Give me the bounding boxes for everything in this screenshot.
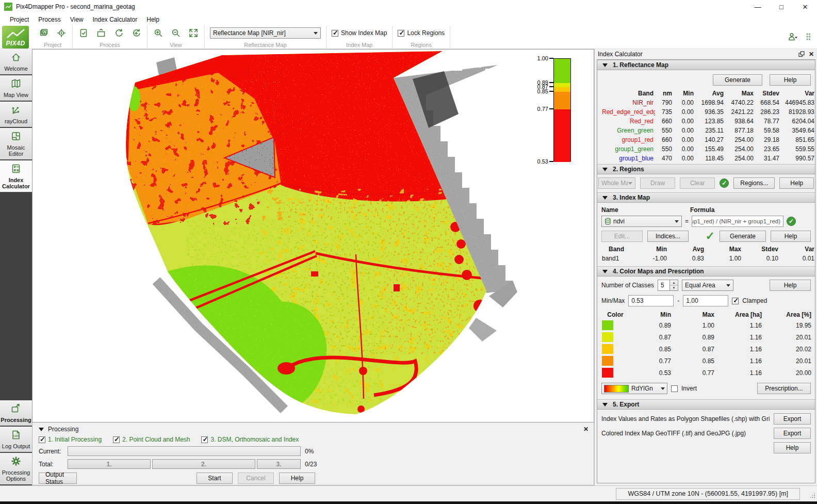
invert-label: Invert xyxy=(681,385,697,392)
processing-step-checkbox[interactable] xyxy=(39,436,45,443)
reprocess-icon[interactable] xyxy=(113,27,124,39)
export-geotiff-button[interactable]: Export xyxy=(774,428,811,439)
menu-item-index-calculator[interactable]: Index Calculator xyxy=(88,14,142,25)
sidebar-item-processing[interactable]: Processing xyxy=(0,400,32,427)
min-value: 0.53 xyxy=(631,297,643,304)
gcp-manager-icon[interactable] xyxy=(56,27,67,39)
toolbar-group-project: Project xyxy=(33,26,73,48)
max-input[interactable]: 1.00 xyxy=(683,295,728,306)
section-index-map[interactable]: 3. Index Map xyxy=(597,192,815,203)
clamped-checkbox[interactable] xyxy=(732,298,739,304)
account-icon[interactable] xyxy=(787,32,798,42)
map-viewport[interactable]: 1.000.890.870.850.770.53 xyxy=(32,49,594,422)
sidebar-item-log-output[interactable]: LOGLog Output xyxy=(0,427,32,453)
float-panel-icon[interactable] xyxy=(798,51,805,57)
indices-button[interactable]: Indices... xyxy=(647,231,689,242)
export-help-button[interactable]: Help xyxy=(774,442,811,453)
process-check-icon[interactable] xyxy=(78,27,89,39)
minimize-button[interactable]: — xyxy=(746,0,770,13)
regions-help-button[interactable]: Help xyxy=(779,177,814,189)
close-panel-icon[interactable]: ✕ xyxy=(809,51,814,58)
processing-step-checkbox[interactable] xyxy=(201,436,208,443)
mosaic-icon xyxy=(10,131,22,143)
output-status-button[interactable]: Output Status xyxy=(39,473,77,484)
section-regions[interactable]: 2. Regions xyxy=(597,164,815,174)
class-value: 0.89 xyxy=(673,331,716,343)
class-value: 20.01 xyxy=(763,331,813,343)
class-method-dropdown[interactable]: Equal Area xyxy=(682,280,733,291)
index-help-button[interactable]: Help xyxy=(771,231,811,242)
formula-field[interactable]: _nir - group1_red) / (NIR_nir + group1_r… xyxy=(692,216,783,227)
min-input[interactable]: 0.53 xyxy=(628,295,674,306)
overflow-grip-icon[interactable] xyxy=(806,32,811,42)
reflectance-map-dropdown[interactable]: Reflectance Map [NIR_nir] xyxy=(210,27,321,39)
sidebar-item-mosaic-editor[interactable]: Mosaic Editor xyxy=(0,128,32,160)
band-value: 254.00 xyxy=(725,135,755,144)
toolbar: PIX4D Project xyxy=(0,26,817,49)
maximize-button[interactable]: □ xyxy=(770,0,793,13)
export-shapefiles-button[interactable]: Export xyxy=(774,413,811,425)
open-results-icon[interactable] xyxy=(95,27,107,39)
classes-spinner[interactable]: 5 ▲▼ xyxy=(658,280,678,291)
column-header: Stdev xyxy=(755,89,781,98)
column-header: Var xyxy=(780,245,815,254)
legend-segment xyxy=(554,83,570,88)
colormap-dropdown[interactable]: RdYlGn xyxy=(601,383,667,394)
band-value: 118.45 xyxy=(695,154,725,163)
column-header: Stdev xyxy=(743,245,780,254)
legend-tick-label: 1.00 xyxy=(537,56,548,61)
reflectance-help-button[interactable]: Help xyxy=(770,74,811,86)
processing-icon xyxy=(10,403,22,416)
menu-item-help[interactable]: Help xyxy=(142,14,164,25)
start-button[interactable]: Start xyxy=(197,473,233,484)
band-value: 59.58 xyxy=(755,126,781,135)
section-export[interactable]: 5. Export xyxy=(597,399,815,410)
band-name: group1_green xyxy=(600,144,655,154)
class-value: 0.89 xyxy=(630,319,673,331)
new-project-icon[interactable] xyxy=(38,27,50,39)
formula-label: Formula xyxy=(690,206,714,214)
menu-item-project[interactable]: Project xyxy=(5,14,34,25)
collapse-triangle-icon xyxy=(602,270,608,273)
clamped-label: Clamped xyxy=(742,297,767,304)
prescription-button[interactable]: Prescription... xyxy=(757,383,811,394)
class-color-cell xyxy=(600,331,630,343)
reflectance-generate-button[interactable]: Generate xyxy=(713,74,762,86)
menu-item-process[interactable]: Process xyxy=(34,14,65,25)
band-name: group1_red xyxy=(600,135,655,144)
spin-down-icon[interactable]: ▼ xyxy=(670,286,678,291)
ndvi-map[interactable] xyxy=(32,50,594,422)
close-processing-panel-icon[interactable]: ✕ xyxy=(583,426,589,433)
sidebar-item-welcome[interactable]: Welcome xyxy=(0,49,32,75)
section-reflectance-map[interactable]: 1. Reflectance Map xyxy=(597,60,815,70)
menu-item-view[interactable]: View xyxy=(66,14,88,25)
index-generate-button[interactable]: Generate xyxy=(720,231,766,242)
section-color-maps[interactable]: 4. Color Maps and Prescription xyxy=(597,266,815,277)
class-color-cell xyxy=(600,343,630,355)
sidebar-item-label: rayCloud xyxy=(5,118,27,124)
collapse-triangle-icon[interactable] xyxy=(39,428,44,431)
reprocess-add-icon[interactable] xyxy=(130,27,142,39)
class-value: 1.16 xyxy=(716,331,763,343)
close-button[interactable]: ✕ xyxy=(793,0,817,13)
class-value: 1.16 xyxy=(716,319,763,331)
zoom-out-icon[interactable] xyxy=(170,27,182,39)
sidebar-item-index-calculator[interactable]: Index Calculator xyxy=(0,160,32,193)
spin-up-icon[interactable]: ▲ xyxy=(670,280,678,286)
sidebar-item-raycloud[interactable]: rayCloud xyxy=(0,102,32,128)
colormaps-help-button[interactable]: Help xyxy=(770,280,811,291)
show-index-map-checkbox[interactable] xyxy=(332,30,338,37)
resize-grip[interactable] xyxy=(809,492,815,498)
sidebar-item-map-view[interactable]: Map View xyxy=(0,75,32,102)
sidebar-item-processing-options[interactable]: Processing Options xyxy=(0,453,32,485)
processing-help-button[interactable]: Help xyxy=(279,473,315,484)
column-header: Color xyxy=(600,310,630,319)
lock-regions-checkbox[interactable] xyxy=(398,30,404,37)
invert-checkbox[interactable] xyxy=(671,385,678,392)
index-name-dropdown[interactable]: ndvi xyxy=(601,216,682,227)
zoom-fit-icon[interactable] xyxy=(188,27,199,39)
regions-button[interactable]: Regions... xyxy=(733,177,775,189)
view-group-label: View xyxy=(153,41,199,48)
zoom-in-icon[interactable] xyxy=(153,27,164,39)
processing-step-checkbox[interactable] xyxy=(113,436,120,443)
